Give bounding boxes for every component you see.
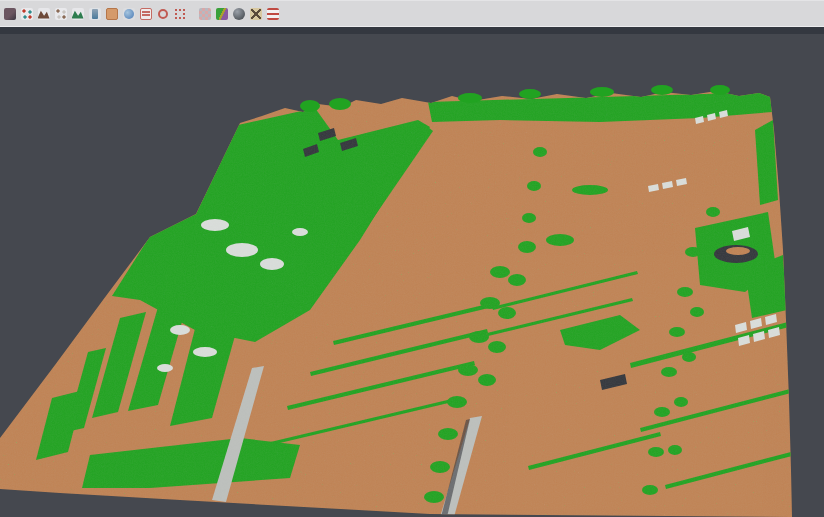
transparency-grid-icon — [199, 8, 211, 20]
attribute-table-icon-button[interactable] — [138, 5, 153, 22]
classified-points-icon — [21, 8, 33, 20]
render-canvas — [0, 27, 824, 517]
sparse-points-icon-button[interactable] — [53, 5, 68, 22]
zoom-extent-icon — [174, 8, 186, 20]
globe-icon — [123, 8, 135, 20]
render-sphere-icon-button[interactable] — [231, 5, 246, 22]
classification-map-icon-button[interactable] — [214, 5, 229, 22]
zoom-extent-icon-button[interactable] — [172, 5, 187, 22]
point-cloud-icon — [4, 8, 16, 20]
compass-target-icon-button[interactable] — [155, 5, 170, 22]
transparency-grid-icon-button[interactable] — [197, 5, 212, 22]
texture-swap-icon-button[interactable] — [248, 5, 263, 22]
viewport-3d[interactable] — [0, 27, 824, 517]
flag-layer-icon-button[interactable] — [265, 5, 280, 22]
terrain-brown-icon — [38, 8, 50, 20]
ortho-image-icon-button[interactable] — [104, 5, 119, 22]
compass-target-icon — [157, 8, 169, 20]
profile-view-icon-button[interactable] — [87, 5, 102, 22]
profile-view-icon — [89, 8, 101, 20]
viewport-top-strip — [0, 27, 824, 34]
sparse-points-icon — [55, 8, 67, 20]
terrain-green-icon — [72, 8, 84, 20]
texture-swap-icon — [250, 8, 262, 20]
globe-icon-button[interactable] — [121, 5, 136, 22]
attribute-table-icon — [140, 8, 152, 20]
classification-map-icon — [216, 8, 228, 20]
terrain-green-icon-button[interactable] — [70, 5, 85, 22]
terrain-brown-icon-button[interactable] — [36, 5, 51, 22]
application-window — [0, 0, 824, 517]
classified-points-icon-button[interactable] — [19, 5, 34, 22]
main-toolbar — [0, 0, 824, 27]
render-sphere-icon — [233, 8, 245, 20]
flag-layer-icon — [267, 8, 279, 20]
ortho-image-icon — [106, 8, 118, 20]
point-cloud-icon-button[interactable] — [2, 5, 17, 22]
